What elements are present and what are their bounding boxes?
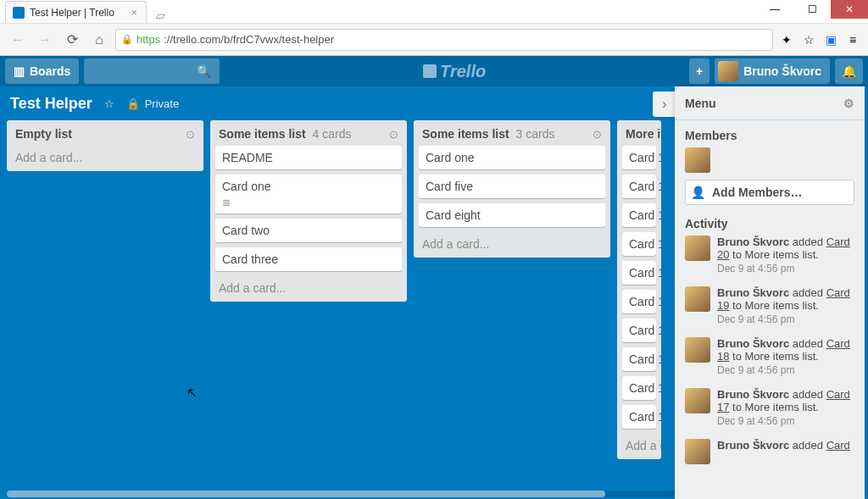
scrollbar-thumb[interactable]	[7, 491, 605, 497]
list-menu-icon[interactable]: ⊙	[186, 128, 195, 141]
header-search[interactable]: 🔍	[84, 58, 220, 84]
activity-item: Bruno Škvorc added Card 19 to More items…	[685, 286, 854, 325]
avatar[interactable]	[685, 236, 710, 261]
url-bar[interactable]: 🔒 https://trello.com/b/frdC7vwx/test-hel…	[115, 29, 773, 51]
list-count: 3 cards	[516, 127, 555, 141]
card[interactable]: Card three	[215, 247, 402, 271]
card[interactable]: Card eight	[419, 203, 605, 227]
browser-titlebar: Test Helper | Trello × ▱ — ☐ ✕	[0, 0, 868, 24]
nav-back-button[interactable]: ←	[7, 29, 29, 51]
trello-app: ▥ Boards 🔍 Trello + Bruno Škvorc 🔔 Test …	[0, 56, 868, 499]
sidebar-title: Menu	[685, 97, 716, 110]
plus-icon: +	[696, 64, 703, 78]
activity-object-link[interactable]: Card	[826, 439, 850, 452]
lock-icon: 🔒	[121, 34, 133, 45]
nav-reload-button[interactable]: ⟳	[61, 29, 83, 51]
trello-logo[interactable]: Trello	[423, 62, 486, 81]
board-privacy[interactable]: 🔒 Private	[126, 97, 179, 110]
list-title: Some items list	[219, 127, 306, 141]
list-menu-icon[interactable]: ⊙	[389, 128, 398, 141]
browser-toolbar: ← → ⟳ ⌂ 🔒 https://trello.com/b/frdC7vwx/…	[0, 24, 868, 56]
card[interactable]: Card 19	[622, 405, 656, 429]
list-menu-icon[interactable]: ⊙	[593, 128, 602, 141]
card[interactable]: Card 16	[622, 319, 656, 342]
card[interactable]: Card five	[419, 175, 605, 198]
privacy-label: Private	[145, 97, 179, 110]
avatar[interactable]	[685, 286, 710, 312]
list-header[interactable]: Some items list 4 cards⊙	[215, 125, 402, 146]
extension-icon[interactable]: ▣	[822, 31, 839, 48]
card[interactable]: Card 14	[622, 261, 656, 285]
card[interactable]: Card 12	[622, 203, 656, 227]
tab-favicon	[13, 7, 25, 19]
bell-icon: 🔔	[842, 64, 856, 78]
gear-icon[interactable]: ⚙	[843, 97, 854, 110]
card[interactable]: Card 10	[622, 146, 656, 169]
create-button[interactable]: +	[689, 58, 709, 84]
star-button[interactable]: ☆	[104, 97, 114, 110]
window-close-button[interactable]: ✕	[831, 0, 868, 19]
nav-forward-button[interactable]: →	[34, 29, 56, 51]
sidebar-header: Menu ⚙	[675, 86, 865, 120]
add-user-icon: 👤	[691, 186, 705, 199]
avatar[interactable]	[685, 439, 710, 464]
new-tab-button[interactable]: ▱	[152, 8, 170, 23]
tab-title: Test Helper | Trello	[30, 7, 114, 19]
activity-actor: Bruno Škvorc	[717, 439, 789, 452]
add-card-button[interactable]: Add a card...	[12, 146, 198, 166]
sidebar-toggle[interactable]: ›	[653, 91, 676, 117]
activity-time: Dec 9 at 4:56 pm	[717, 313, 854, 325]
avatar[interactable]	[685, 337, 710, 363]
user-menu[interactable]: Bruno Škvorc	[715, 58, 830, 84]
card[interactable]: Card 11	[622, 175, 656, 198]
list-header[interactable]: Empty list ⊙	[12, 125, 198, 146]
card[interactable]: Card 17	[622, 347, 656, 371]
card[interactable]: Card 13	[622, 232, 656, 256]
search-icon: 🔍	[197, 64, 211, 78]
activity-actor: Bruno Škvorc	[717, 337, 789, 350]
card[interactable]: Card 15	[622, 290, 656, 313]
list-title: Some items list	[422, 127, 509, 141]
activity-text: Bruno Škvorc added Card	[717, 439, 850, 464]
browser-tab[interactable]: Test Helper | Trello ×	[5, 1, 147, 23]
extension-icon[interactable]: ✦	[778, 31, 795, 48]
notifications-button[interactable]: 🔔	[835, 58, 863, 84]
card[interactable]: Card 18	[622, 376, 656, 400]
extension-icon[interactable]: ☆	[800, 31, 817, 48]
add-card-button[interactable]: Add a card...	[419, 232, 605, 252]
boards-button[interactable]: ▥ Boards	[5, 58, 79, 84]
add-card-button[interactable]: Add a card...	[622, 434, 656, 454]
list-header[interactable]: Some items list 3 cards⊙	[419, 125, 605, 146]
tab-close-icon[interactable]: ×	[131, 7, 137, 19]
card[interactable]: Card one≣	[215, 175, 402, 213]
member-avatar[interactable]	[685, 147, 710, 173]
activity-item: Bruno Škvorc added Card 20 to More items…	[685, 236, 854, 274]
activity-time: Dec 9 at 4:56 pm	[717, 263, 854, 274]
window-controls: — ☐ ✕	[756, 0, 868, 19]
card[interactable]: Card two	[215, 219, 402, 242]
board-menu-sidebar: Menu ⚙ Members 👤 Add Members… Activity B…	[675, 86, 865, 499]
card[interactable]: README	[215, 146, 402, 169]
members-heading: Members	[685, 129, 854, 142]
board-name[interactable]: Test Helper	[10, 95, 92, 113]
list-header[interactable]: More items list ⊙	[622, 125, 656, 146]
window-maximize-button[interactable]: ☐	[793, 0, 831, 19]
lock-icon: 🔒	[126, 97, 140, 110]
list-title: Empty list	[15, 127, 72, 141]
description-icon: ≣	[222, 197, 395, 208]
activity-actor: Bruno Škvorc	[717, 388, 789, 401]
add-card-button[interactable]: Add a card...	[215, 276, 402, 297]
avatar	[718, 61, 738, 81]
add-members-button[interactable]: 👤 Add Members…	[685, 180, 854, 205]
nav-home-button[interactable]: ⌂	[88, 29, 110, 51]
window-minimize-button[interactable]: —	[756, 0, 793, 19]
card[interactable]: Card one	[419, 146, 605, 169]
url-protocol: https	[136, 33, 160, 46]
activity-text: Bruno Škvorc added Card 20 to More items…	[717, 236, 854, 274]
activity-item: Bruno Škvorc added Card 17 to More items…	[685, 388, 854, 427]
list-count: 4 cards	[313, 127, 352, 141]
avatar[interactable]	[685, 388, 710, 413]
brand-text: Trello	[440, 62, 486, 81]
browser-menu-button[interactable]: ≡	[844, 31, 861, 48]
list: Empty list ⊙Add a card...	[7, 120, 203, 171]
